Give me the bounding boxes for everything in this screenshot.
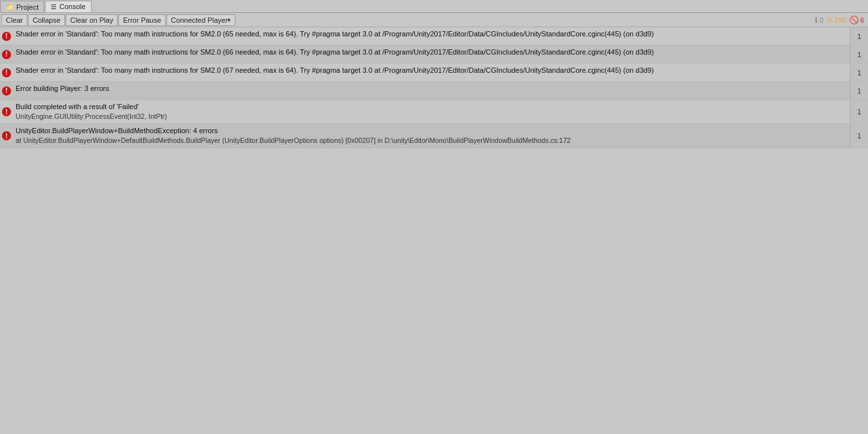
error-icon: ! (2, 107, 11, 116)
tab-console-label: Console (59, 3, 85, 10)
log-count: 1 (850, 45, 868, 63)
connected-player-button[interactable]: Connected Player (166, 14, 235, 26)
warn-icon: ⚠ (826, 16, 834, 25)
table-row[interactable]: !Build completed with a result of 'Faile… (0, 100, 868, 124)
error-icon: ! (2, 86, 11, 96)
log-text: Shader error in 'Standard': Too many mat… (13, 64, 850, 81)
log-line2: UnityEngine.GUIUtility:ProcessEvent(Int3… (16, 112, 847, 121)
log-text: UnityEditor.BuildPlayerWindow+BuildMetho… (13, 124, 850, 147)
tab-console[interactable]: ☰ Console (45, 1, 91, 12)
log-icon-col: ! (0, 82, 13, 99)
warn-stat[interactable]: ⚠ 290 (826, 16, 847, 25)
log-line1: Build completed with a result of 'Failed… (16, 102, 847, 112)
log-icon-col: ! (0, 124, 13, 147)
error-count: 6 (860, 16, 864, 24)
log-icon-col: ! (0, 27, 13, 45)
log-line1: Shader error in 'Standard': Too many mat… (16, 47, 847, 57)
log-icon-col: ! (0, 64, 13, 81)
log-text: Error building Player: 3 errors (13, 82, 850, 99)
error-icon: ! (2, 131, 11, 140)
table-row[interactable]: !Shader error in 'Standard': Too many ma… (0, 27, 868, 45)
table-row[interactable]: !Shader error in 'Standard': Too many ma… (0, 45, 868, 64)
tab-bar: 📁 Project ☰ Console (0, 0, 868, 13)
console-tab-icon: ☰ (51, 3, 57, 10)
toolbar: Clear Collapse Clear on Play Error Pause… (0, 13, 868, 27)
log-line1: Shader error in 'Standard': Too many mat… (16, 66, 847, 75)
warn-count: 290 (835, 16, 847, 24)
error-icon: 🚫 (849, 16, 859, 25)
error-icon: ! (2, 50, 11, 59)
error-icon: ! (2, 68, 11, 77)
info-icon: ℹ (815, 16, 818, 25)
table-row[interactable]: !Error building Player: 3 errors1 (0, 82, 868, 100)
log-line1: Error building Player: 3 errors (16, 84, 847, 94)
project-tab-icon: 📁 (6, 3, 14, 10)
clear-on-play-button[interactable]: Clear on Play (66, 14, 118, 26)
clear-button[interactable]: Clear (1, 14, 27, 26)
log-text: Shader error in 'Standard': Too many mat… (13, 45, 850, 63)
log-icon-col: ! (0, 45, 13, 63)
info-stat[interactable]: ℹ 0 (815, 16, 823, 25)
table-row[interactable]: !Shader error in 'Standard': Too many ma… (0, 64, 868, 82)
log-count: 1 (850, 124, 868, 147)
log-line2: at UnityEditor.BuildPlayerWindow+Default… (16, 136, 847, 146)
log-count: 1 (850, 82, 868, 99)
console-area: !Shader error in 'Standard': Too many ma… (0, 27, 868, 431)
table-row[interactable]: !UnityEditor.BuildPlayerWindow+BuildMeth… (0, 124, 868, 148)
tab-project[interactable]: 📁 Project (0, 1, 44, 12)
log-line1: Shader error in 'Standard': Too many mat… (16, 29, 847, 39)
log-icon-col: ! (0, 100, 13, 123)
log-text: Shader error in 'Standard': Too many mat… (13, 27, 850, 45)
log-line1: UnityEditor.BuildPlayerWindow+BuildMetho… (16, 126, 847, 136)
log-count: 1 (850, 27, 868, 45)
info-count: 0 (819, 16, 823, 24)
log-text: Build completed with a result of 'Failed… (13, 100, 850, 123)
toolbar-stats: ℹ 0 ⚠ 290 🚫 6 (815, 16, 864, 25)
error-icon: ! (2, 32, 11, 41)
log-count: 1 (850, 100, 868, 123)
collapse-button[interactable]: Collapse (28, 14, 65, 26)
error-stat[interactable]: 🚫 6 (849, 16, 864, 25)
tab-project-label: Project (16, 3, 38, 11)
error-pause-button[interactable]: Error Pause (118, 14, 166, 26)
log-count: 1 (850, 64, 868, 81)
